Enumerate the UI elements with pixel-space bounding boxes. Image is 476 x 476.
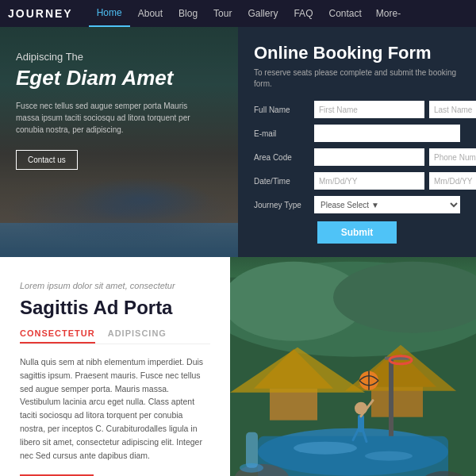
svg-rect-8: [371, 387, 423, 417]
full-name-row: Full Name: [254, 101, 460, 118]
nav-blog[interactable]: Blog: [171, 0, 205, 27]
phone-input[interactable]: [429, 148, 476, 166]
datetime-row: Date/Time: [254, 172, 460, 190]
hero-content: Adipiscing The Eget Diam Amet Fusce nec …: [0, 27, 238, 257]
area-code-label: Area Code: [254, 153, 309, 162]
email-input[interactable]: [314, 125, 460, 142]
hero-title: Eget Diam Amet: [16, 66, 222, 90]
lower-image-panel: [230, 257, 476, 476]
email-row: E-mail: [254, 125, 460, 142]
nav-faq[interactable]: FAQ: [286, 0, 321, 27]
area-code-row: Area Code: [254, 148, 460, 166]
booking-subtitle: To reserve seats please complete and sub…: [254, 67, 460, 90]
tab-adipiscing[interactable]: ADIPISCING: [108, 328, 167, 344]
full-name-label: Full Name: [254, 106, 309, 114]
navigation: JOURNEY Home About Blog Tour Gallery FAQ…: [0, 0, 476, 27]
svg-point-19: [355, 402, 367, 415]
journey-label: Journey Type: [254, 201, 309, 209]
section-body: Nulla quis sem at nibh elementum imperdi…: [20, 355, 210, 462]
date-input[interactable]: [314, 172, 424, 190]
journey-type-row: Journey Type Please Select ▼: [254, 196, 460, 213]
tab-row: CONSECTETUR ADIPISCING: [20, 328, 210, 344]
logo: JOURNEY: [8, 7, 73, 20]
lower-text-panel: Lorem ipsum dolor sit amet, consectetur …: [0, 257, 230, 476]
booking-form-panel: Online Booking Form To reserve seats ple…: [238, 27, 476, 257]
svg-point-27: [240, 463, 263, 473]
email-label: E-mail: [254, 129, 309, 138]
time-input[interactable]: [429, 172, 476, 190]
journey-type-select[interactable]: Please Select ▼: [314, 196, 460, 213]
nav-more[interactable]: More-: [370, 0, 407, 27]
svg-rect-11: [258, 436, 448, 476]
nav-home[interactable]: Home: [89, 0, 130, 27]
svg-rect-5: [270, 389, 317, 420]
contact-us-button[interactable]: Contact us: [16, 150, 78, 170]
datetime-label: Date/Time: [254, 177, 309, 186]
nav-links: Home About Blog Tour Gallery FAQ Contact…: [89, 0, 468, 27]
booking-title: Online Booking Form: [254, 43, 460, 63]
hero-description: Fusce nec tellus sed augue semper porta …: [16, 100, 190, 136]
nav-tour[interactable]: Tour: [205, 0, 240, 27]
resort-illustration: [230, 257, 476, 476]
submit-button[interactable]: Submit: [317, 221, 397, 244]
submit-row: Submit: [254, 221, 460, 244]
svg-rect-14: [389, 357, 393, 436]
hero-image-panel: Adipiscing The Eget Diam Amet Fusce nec …: [0, 27, 238, 257]
tab-consectetur[interactable]: CONSECTETUR: [20, 328, 95, 344]
hero-section: Adipiscing The Eget Diam Amet Fusce nec …: [0, 27, 476, 257]
area-code-input[interactable]: [314, 148, 424, 166]
last-name-input[interactable]: [429, 101, 476, 118]
svg-point-12: [294, 442, 357, 455]
nav-gallery[interactable]: Gallery: [240, 0, 286, 27]
hero-subtitle: Adipiscing The: [16, 51, 222, 63]
svg-point-13: [365, 451, 413, 461]
first-name-input[interactable]: [314, 101, 424, 118]
section-title: Sagittis Ad Porta: [20, 297, 210, 319]
section-eyebrow: Lorem ipsum dolor sit amet, consectetur: [20, 281, 210, 290]
svg-rect-26: [246, 432, 258, 468]
lower-section: Lorem ipsum dolor sit amet, consectetur …: [0, 257, 476, 476]
nav-about[interactable]: About: [130, 0, 171, 27]
nav-contact[interactable]: Contact: [321, 0, 369, 27]
